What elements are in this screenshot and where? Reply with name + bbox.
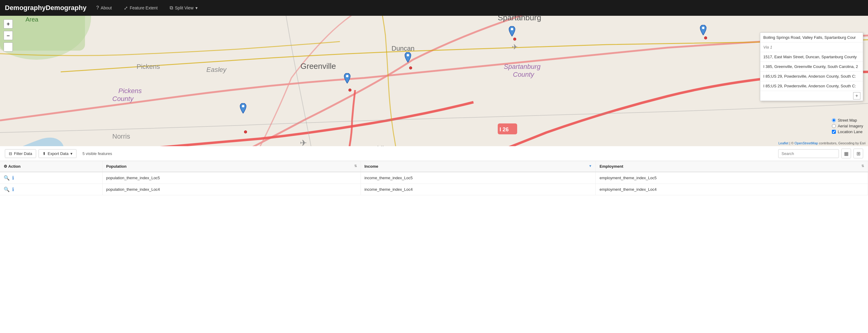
zoom-in-button[interactable]: + (4, 20, 13, 29)
map-pin-red-2 (409, 66, 412, 69)
street-map-label: Street Map (838, 118, 857, 123)
table-body: 🔍 ℹ population_theme_index_Loc5 income_t… (0, 172, 868, 195)
data-table-wrapper: ⚙ Action Population ⇅ Income ▼ Employmen… (0, 161, 868, 195)
row-1-employment: employment_theme_index_Loc4 (596, 184, 868, 195)
map-pin-4[interactable] (239, 103, 247, 114)
map-container[interactable]: Greenville Spartanburg Duncan Mauldin Si… (0, 16, 868, 146)
visible-features-count: 5 visible features (83, 151, 112, 156)
route-row-4[interactable]: I 85;US 29, Powdersville, Anderson Count… (760, 72, 863, 81)
grid-view-button[interactable]: ⊞ (854, 148, 863, 158)
export-data-button[interactable]: ⬆ Export Data ▾ (38, 149, 76, 158)
map-pin-5[interactable] (699, 25, 707, 36)
svg-text:Duncan: Duncan (392, 44, 414, 52)
route-row-0[interactable]: Boiling Springs Road, Valley Falls, Spar… (760, 33, 863, 42)
route-add-button[interactable]: + (853, 92, 860, 99)
location-lane-label: Location Lane (838, 130, 863, 134)
zoom-action-icon-1[interactable]: 🔍 (4, 187, 10, 192)
row-0-population: population_theme_index_Loc5 (102, 172, 361, 184)
map-pin-1[interactable] (508, 26, 516, 37)
row-1-income: income_theme_index_Loc4 (361, 184, 596, 195)
map-svg: Greenville Spartanburg Duncan Mauldin Si… (0, 16, 868, 146)
table-view-button[interactable]: ▦ (841, 148, 851, 158)
route-row-2[interactable]: 1517, East Main Street, Duncan, Spartanb… (760, 52, 863, 62)
route-popup: Boiling Springs Road, Valley Falls, Spar… (760, 32, 863, 101)
toolbar-right: ▦ ⊞ (778, 148, 863, 158)
action-icons-1: 🔍 ℹ (4, 187, 99, 192)
leaflet-link[interactable]: Leaflet (778, 141, 788, 145)
svg-text:Spartanburg: Spartanburg (504, 63, 541, 70)
svg-text:✈: ✈ (300, 138, 307, 146)
about-icon: ? (96, 5, 99, 11)
street-map-option: Street Map (832, 118, 863, 123)
filter-data-button[interactable]: ⊟ Filter Data (5, 149, 36, 158)
svg-point-44 (702, 27, 705, 29)
info-action-icon-0[interactable]: ℹ (12, 175, 14, 181)
svg-text:Norris: Norris (112, 133, 130, 140)
feature-extent-label: Feature Extent (130, 5, 157, 10)
filter-icon: ⊟ (9, 151, 12, 156)
layer-controls: Street Map Aerial Imagery Location Lane (832, 118, 863, 135)
map-pin-3[interactable] (343, 73, 351, 84)
population-sort-icon: ⇅ (354, 164, 357, 168)
col-header-income[interactable]: Income ▼ (361, 161, 596, 172)
svg-text:Pickens: Pickens (136, 63, 160, 70)
table-row: 🔍 ℹ population_theme_index_Loc4 income_t… (0, 184, 868, 195)
action-icons-0: 🔍 ℹ (4, 175, 99, 181)
svg-text:Pickens: Pickens (118, 87, 142, 95)
col-header-population[interactable]: Population ⇅ (102, 161, 361, 172)
map-pin-red-3 (348, 89, 351, 92)
aerial-imagery-radio[interactable] (832, 124, 836, 128)
export-icon: ⬆ (42, 151, 46, 156)
zoom-reset-button[interactable] (4, 42, 13, 52)
col-header-employment[interactable]: Employment ⇅ (596, 161, 868, 172)
route-row-5[interactable]: I 85;US 29, Powdersville, Anderson Count… (760, 81, 863, 91)
split-view-icon: ⧉ (169, 5, 173, 11)
row-0-employment: employment_theme_index_Loc5 (596, 172, 868, 184)
svg-text:Spartanburg: Spartanburg (498, 16, 541, 22)
col-header-action[interactable]: ⚙ Action (0, 161, 102, 172)
svg-point-40 (511, 28, 513, 30)
settings-icon: ⚙ (4, 164, 7, 169)
about-button[interactable]: ? About (94, 4, 115, 12)
col-population-label: Population (106, 164, 127, 169)
svg-text:County: County (513, 71, 535, 78)
location-lane-checkbox[interactable] (832, 130, 836, 134)
app-header: DemographyDemography ? About ⤢ Feature E… (0, 0, 868, 16)
row-0-income: income_theme_index_Loc5 (361, 172, 596, 184)
col-income-label: Income (365, 164, 378, 169)
about-label: About (101, 5, 112, 10)
svg-text:Greenville: Greenville (301, 62, 336, 71)
route-row-3[interactable]: I 385, Greenville, Greenville County, So… (760, 62, 863, 72)
income-sort-icon: ▼ (589, 164, 592, 168)
feature-extent-button[interactable]: ⤢ Feature Extent (121, 4, 160, 12)
split-view-button[interactable]: ⧉ Split View ▾ (167, 4, 200, 12)
search-input[interactable] (778, 149, 839, 158)
svg-rect-2 (0, 16, 85, 51)
osm-link[interactable]: OpenStreetMap (795, 141, 818, 145)
map-pin-2[interactable] (404, 52, 412, 63)
row-0-action: 🔍 ℹ (0, 172, 102, 184)
aerial-imagery-label: Aerial Imagery (838, 124, 863, 128)
table-header: ⚙ Action Population ⇅ Income ▼ Employmen… (0, 161, 868, 172)
aerial-imagery-option: Aerial Imagery (832, 124, 863, 128)
export-data-label: Export Data (48, 151, 69, 156)
svg-point-43 (242, 105, 244, 107)
svg-text:✈: ✈ (512, 43, 518, 51)
map-attribution: Leaflet | © OpenStreetMap contributors, … (778, 141, 866, 145)
svg-text:Area: Area (26, 16, 38, 23)
table-row: 🔍 ℹ population_theme_index_Loc5 income_t… (0, 172, 868, 184)
feature-extent-icon: ⤢ (124, 5, 128, 11)
street-map-radio[interactable] (832, 118, 836, 122)
route-popup-footer: + (760, 91, 863, 101)
row-1-action: 🔍 ℹ (0, 184, 102, 195)
route-row-1[interactable]: Via 1 (760, 42, 863, 52)
col-employment-label: Employment (599, 164, 623, 169)
location-lane-option: Location Lane (832, 130, 863, 134)
app-title: DemographyDemography (5, 4, 87, 12)
toolbar: ⊟ Filter Data ⬆ Export Data ▾ 5 visible … (0, 146, 868, 161)
info-action-icon-1[interactable]: ℹ (12, 187, 14, 192)
svg-text:County: County (112, 95, 134, 102)
map-pin-red-5 (704, 36, 707, 39)
zoom-action-icon-0[interactable]: 🔍 (4, 175, 10, 181)
zoom-out-button[interactable]: – (4, 31, 13, 40)
